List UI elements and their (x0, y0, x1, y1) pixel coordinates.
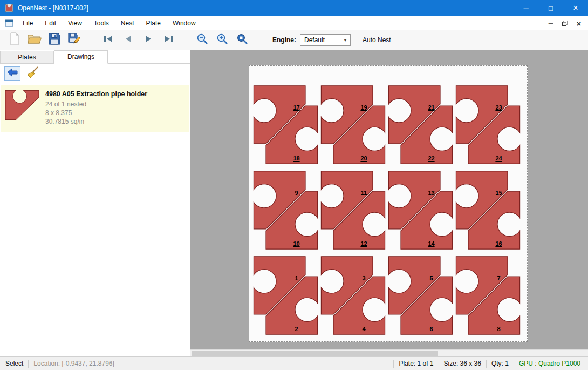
open-folder-icon (28, 33, 42, 46)
part-number-label: 20 (360, 155, 367, 162)
menu-item-window[interactable]: Window (167, 17, 202, 30)
nested-part-pair[interactable]: 5 6 (387, 253, 454, 338)
plate-size-status: Size: 36 x 36 (439, 360, 486, 367)
tab-drawings[interactable]: Drawings (54, 50, 108, 64)
gpu-status: GPU : Quadro P1000 (514, 360, 588, 367)
next-plate-button[interactable] (140, 32, 156, 48)
nested-part-shape (454, 253, 522, 338)
close-button[interactable]: × (563, 0, 588, 16)
mdi-close-button[interactable]: × (573, 18, 585, 29)
previous-plate-button[interactable] (120, 32, 136, 48)
save-as-icon (68, 33, 81, 47)
status-bar: Select Location: [-0.9437, 21.8796] Plat… (0, 356, 588, 370)
sidebar: Plates Drawings 4980 A05 Extraction pipe… (0, 50, 190, 356)
clear-parts-button[interactable] (25, 66, 41, 81)
app-icon (5, 4, 13, 12)
nested-part-pair[interactable]: 17 18 (252, 82, 319, 167)
part-number-label: 2 (295, 326, 298, 332)
menu-item-file[interactable]: File (17, 17, 39, 30)
part-number-label: 10 (293, 240, 299, 247)
minimize-button[interactable]: ─ (514, 0, 538, 16)
nested-part-pair[interactable]: 13 14 (387, 167, 454, 253)
part-dimensions: 8 x 8.375 (45, 109, 147, 117)
window-title: OpenNest - [N0317-002] (18, 4, 88, 12)
part-number-label: 17 (293, 104, 299, 111)
nested-part-shape (252, 253, 319, 338)
nested-part-pair[interactable]: 23 24 (454, 82, 522, 167)
cursor-location: Location: [-0.9437, 21.8796] (29, 360, 119, 367)
maximize-button[interactable]: □ (538, 0, 563, 16)
zoom-fit-button[interactable] (234, 32, 250, 48)
part-number-label: 19 (360, 104, 367, 111)
save-icon (49, 33, 60, 47)
mdi-document-icon[interactable] (5, 19, 13, 27)
broom-icon (27, 66, 39, 80)
nav-first-icon (103, 35, 114, 45)
zoom-out-button[interactable] (194, 32, 210, 48)
new-file-icon (9, 32, 20, 48)
plate[interactable]: 17 18 19 20 21 22 23 24 (249, 65, 528, 342)
part-number-label: 14 (428, 240, 434, 247)
engine-label: Engine: (272, 36, 296, 44)
nested-part-shape (387, 253, 454, 338)
menu-item-tools[interactable]: Tools (88, 17, 115, 30)
engine-dropdown[interactable]: Default ▼ (300, 34, 351, 46)
first-plate-button[interactable] (100, 32, 117, 48)
sidebar-tabs: Plates Drawings (0, 50, 190, 64)
app-window: OpenNest - [N0317-002] ─ □ × File Edit V… (0, 0, 588, 370)
nested-part-pair[interactable]: 7 8 (454, 253, 522, 338)
nested-part-shape (319, 253, 387, 338)
nested-part-pair[interactable]: 11 12 (319, 167, 387, 253)
auto-nest-label[interactable]: Auto Nest (363, 36, 391, 44)
open-button[interactable] (26, 32, 43, 48)
quantity-status: Qty: 1 (487, 360, 514, 367)
part-number-label: 16 (495, 240, 502, 247)
nested-part-shape (252, 167, 319, 253)
zoom-out-icon (196, 33, 209, 48)
tab-plates[interactable]: Plates (0, 51, 54, 63)
nested-part-shape (319, 167, 387, 253)
menu-item-nest[interactable]: Nest (115, 17, 140, 30)
save-button[interactable] (46, 32, 63, 48)
chevron-down-icon: ▼ (343, 38, 347, 43)
send-to-plate-button[interactable] (4, 66, 20, 81)
nested-part-shape (454, 167, 522, 253)
part-title: 4980 A05 Extraction pipe holder (45, 90, 147, 98)
part-nested-count: 24 of 1 nested (45, 100, 147, 109)
part-number-label: 21 (428, 104, 434, 111)
new-file-button[interactable] (6, 32, 23, 48)
part-number-label: 24 (495, 155, 502, 162)
nested-part-pair[interactable]: 21 22 (387, 82, 454, 167)
horizontal-scrollbar[interactable] (190, 349, 588, 356)
part-number-label: 11 (361, 190, 367, 196)
drawing-list-item[interactable]: 4980 A05 Extraction pipe holder 24 of 1 … (1, 85, 189, 132)
nested-part-pair[interactable]: 19 20 (319, 82, 387, 167)
menu-item-plate[interactable]: Plate (140, 17, 167, 30)
nav-prev-icon (123, 35, 134, 45)
zoom-in-button[interactable] (214, 32, 230, 48)
mdi-restore-button[interactable] (559, 18, 571, 29)
last-plate-button[interactable] (160, 32, 176, 48)
part-number-label: 12 (360, 240, 367, 247)
nested-part-pair[interactable]: 9 10 (252, 167, 319, 253)
part-number-label: 15 (495, 190, 502, 196)
menu-item-edit[interactable]: Edit (39, 17, 62, 30)
nested-part-pair[interactable]: 1 2 (252, 253, 319, 338)
part-number-label: 6 (429, 326, 433, 332)
part-area: 30.7815 sq/in (45, 117, 147, 126)
nested-part-shape (387, 167, 454, 253)
nested-part-pair[interactable]: 3 4 (319, 253, 387, 338)
mdi-minimize-button[interactable]: ─ (545, 18, 557, 29)
zoom-fit-icon (236, 33, 249, 48)
sidebar-toolbar (0, 64, 190, 83)
part-number-label: 8 (497, 326, 500, 332)
nest-canvas[interactable]: 17 18 19 20 21 22 23 24 (190, 50, 588, 356)
mode-status: Select (0, 360, 28, 367)
part-number-label: 9 (295, 190, 298, 196)
nav-next-icon (143, 35, 154, 45)
nested-part-pair[interactable]: 15 16 (454, 167, 522, 253)
save-as-button[interactable] (66, 32, 83, 48)
scrollbar-thumb[interactable] (192, 351, 438, 356)
nested-part-shape (252, 82, 319, 167)
menu-item-view[interactable]: View (62, 17, 88, 30)
